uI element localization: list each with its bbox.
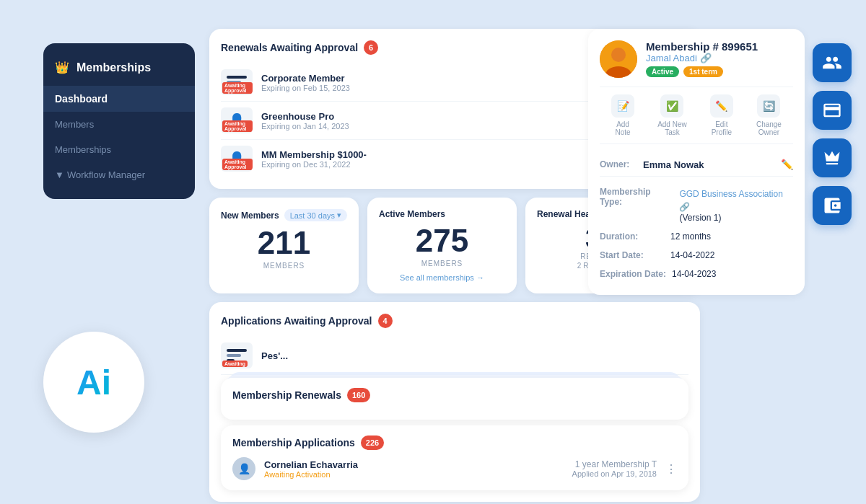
expiry-label: Expiration Date: (600, 269, 666, 279)
see-all-link[interactable]: See all memberships → (379, 273, 505, 282)
app-name-1: Pes'... (261, 350, 688, 361)
applications-badge: 4 (378, 314, 393, 328)
sidebar-members-label: Members (55, 119, 94, 130)
owner-row: Owner: Emma Nowak ✏️ (600, 153, 793, 177)
member-plan-info: 1 year Membership T Applied on Apr 19, 2… (572, 459, 657, 478)
applications-title: Applications Awaiting Approval 4 (221, 314, 688, 328)
renewals-badge: 6 (364, 40, 378, 55)
active-members-card: Active Members 275 MEMBERS See all membe… (367, 198, 517, 293)
edit-profile-icon: ✏️ (710, 94, 733, 118)
wallet-sidebar-button[interactable] (813, 186, 852, 225)
member-app-item: 👤 Cornelian Echavarria Awaiting Activati… (232, 457, 677, 480)
add-note-label: AddNote (615, 120, 630, 136)
active-members-header: Active Members (379, 209, 505, 219)
member-info: Cornelian Echavarria Awaiting Activation (264, 459, 564, 479)
app-logo: Ai (43, 332, 144, 433)
type-value-wrapper: GGD Business Association 🔗 (Version 1) (679, 187, 793, 223)
type-version: (Version 1) (679, 213, 793, 223)
svg-point-1 (611, 48, 626, 62)
member-photo (600, 40, 637, 78)
new-members-filter[interactable]: Last 30 days ▾ (284, 209, 347, 221)
applications-card: Applications Awaiting Approval 4 Awaitin… (209, 302, 700, 502)
app-thumb-1: Awaiting (221, 342, 253, 368)
membership-applications-label: Membership Applications (232, 437, 355, 448)
member-id-info: Membership # 899651 Jamal Abadi 🔗 Active… (646, 40, 758, 77)
duration-row: Duration: 12 months (600, 227, 793, 246)
expiry-date-row: Expiration Date: 14-04-2023 (600, 265, 793, 283)
new-members-title: New Members (221, 211, 279, 221)
renewals-title-text: Renewals Awaiting Approval (221, 42, 358, 53)
membership-applications-badge: 226 (361, 436, 384, 450)
type-link[interactable]: GGD Business Association 🔗 (679, 189, 782, 212)
start-label: Start Date: (600, 250, 665, 260)
sidebar-memberships-label: Memberships (55, 144, 111, 155)
membership-renewals-label: Membership Renewals (232, 389, 341, 401)
membership-id: Membership # 899651 (646, 40, 758, 53)
sidebar: 👑 Memberships Dashboard Members Membersh… (43, 43, 195, 199)
members-sidebar-button[interactable] (813, 43, 852, 82)
membership-applications-title: Membership Applications 226 (232, 436, 677, 450)
sidebar-item-dashboard[interactable]: Dashboard (43, 86, 195, 112)
right-sidebar (813, 43, 852, 225)
new-members-card: New Members Last 30 days ▾ 211 MEMBERS (209, 198, 359, 293)
card-sidebar-button[interactable] (813, 91, 852, 130)
renewal-thumb-1: Awaiting Approval (221, 69, 253, 95)
owner-label: Owner: (600, 159, 643, 169)
member-id-name: Jamal Abadi 🔗 (646, 53, 758, 63)
sidebar-dashboard-label: Dashboard (55, 93, 108, 105)
membership-applications-card: Membership Applications 226 👤 Cornelian … (221, 425, 688, 490)
membership-renewals-card: Membership Renewals 160 (221, 378, 688, 420)
sidebar-workflow-label: Workflow Manager (67, 169, 145, 180)
logo-text: Ai (76, 363, 111, 402)
sidebar-item-workflow[interactable]: ▼ Workflow Manager (43, 162, 195, 187)
type-label: Membership Type: (600, 187, 673, 207)
change-owner-button[interactable]: 🔄 ChangeOwner (756, 94, 782, 136)
change-owner-icon: 🔄 (757, 94, 780, 118)
owner-value: Emma Nowak (643, 159, 781, 170)
add-task-icon: ✅ (660, 94, 683, 118)
type-row: Membership Type: GGD Business Associatio… (600, 182, 793, 227)
crown-icon: 👑 (55, 61, 69, 74)
member-status: Awaiting Activation (264, 470, 564, 479)
new-members-count: 211 (221, 227, 347, 259)
stacked-section: Membership Renewals 160 (221, 378, 688, 420)
membership-renewals-title: Membership Renewals 160 (232, 388, 677, 402)
action-buttons: 📝 AddNote ✅ Add NewTask ✏️ EditProfile 🔄… (600, 87, 793, 144)
duration-value: 12 months (670, 231, 711, 242)
type-value: GGD Business Association (679, 189, 782, 199)
chevron-down-icon: ▼ (55, 169, 64, 180)
add-task-button[interactable]: ✅ Add NewTask (657, 94, 687, 136)
edit-profile-label: EditProfile (712, 120, 732, 136)
crown-sidebar-button[interactable] (813, 138, 852, 177)
sidebar-item-members[interactable]: Members (43, 112, 195, 137)
right-panel: Membership # 899651 Jamal Abadi 🔗 Active… (588, 29, 805, 304)
external-link-icon: 🔗 (700, 53, 712, 63)
status-tags: Active 1st term (646, 66, 758, 77)
chevron-down-icon: ▾ (337, 211, 341, 220)
sidebar-item-memberships[interactable]: Memberships (43, 137, 195, 162)
add-task-label: Add NewTask (657, 120, 687, 136)
member-avatar: 👤 (232, 457, 255, 480)
sidebar-logo-label: Memberships (76, 61, 151, 74)
member-more[interactable]: ⋮ (665, 462, 677, 476)
app-info-1: Pes'... (261, 350, 688, 361)
change-owner-label: ChangeOwner (756, 120, 782, 136)
renewal-thumb-2: 👤 Awaiting Approval (221, 107, 253, 133)
membership-detail-card: Membership # 899651 Jamal Abadi 🔗 Active… (588, 29, 805, 295)
start-value: 14-04-2022 (670, 250, 714, 260)
duration-label: Duration: (600, 231, 665, 242)
add-note-icon: 📝 (611, 94, 634, 118)
expiry-value: 14-04-2023 (672, 269, 716, 279)
new-members-header: New Members Last 30 days ▾ (221, 209, 347, 221)
membership-renewals-badge: 160 (347, 388, 370, 402)
member-header: Membership # 899651 Jamal Abadi 🔗 Active… (600, 40, 793, 78)
add-note-button[interactable]: 📝 AddNote (611, 94, 634, 136)
owner-edit-icon[interactable]: ✏️ (781, 159, 793, 170)
renewal-thumb-3: 👤 Awaiting Approval (221, 146, 253, 172)
app-item-1: Awaiting Pes'... (221, 337, 688, 375)
edit-profile-button[interactable]: ✏️ EditProfile (710, 94, 733, 136)
member-date: Applied on Apr 19, 2018 (572, 469, 657, 478)
status-term-tag: 1st term (683, 66, 723, 77)
member-name: Cornelian Echavarria (264, 459, 564, 470)
status-active-tag: Active (646, 66, 679, 77)
